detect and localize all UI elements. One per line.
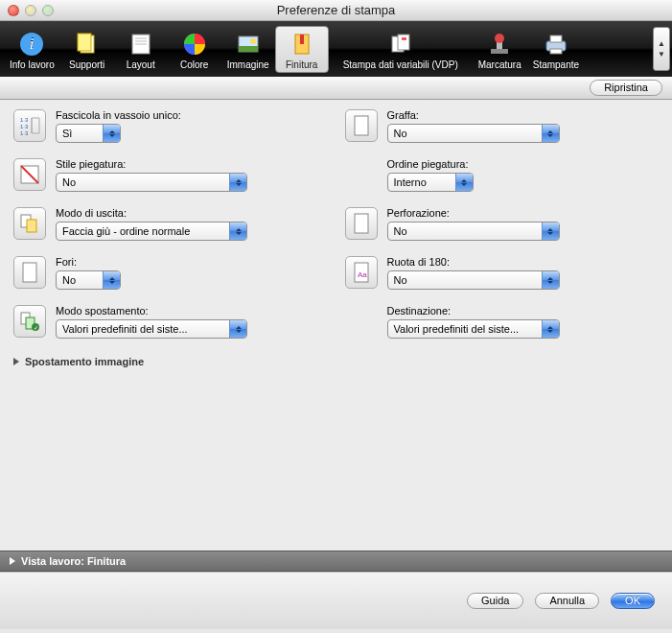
chevron-down-icon: ▼: [658, 50, 665, 59]
graffa-select[interactable]: No: [387, 124, 560, 143]
tab-label: Layout: [127, 59, 155, 70]
toolbar-overflow-button[interactable]: ▲ ▼: [653, 27, 670, 71]
svg-text:✓: ✓: [34, 325, 38, 331]
tab-layout[interactable]: Layout: [114, 27, 168, 72]
svg-text:1·3: 1·3: [20, 117, 29, 123]
tab-label: Colore: [180, 59, 208, 70]
tab-stampante[interactable]: Stampante: [527, 27, 585, 72]
tab-label: Info lavoro: [10, 59, 55, 70]
svg-rect-31: [355, 214, 368, 233]
svg-text:1·3: 1·3: [20, 124, 29, 129]
disclosure-triangle-icon: [10, 557, 15, 565]
modo-uscita-select[interactable]: Faccia giù - ordine normale: [56, 222, 247, 241]
ordine-piegatura-select[interactable]: Interno: [387, 173, 474, 192]
section-spostamento-immagine[interactable]: Spostamento immagine: [13, 356, 659, 367]
svg-rect-16: [402, 37, 406, 40]
restore-button[interactable]: Ripristina: [590, 80, 662, 96]
svg-rect-13: [300, 35, 304, 44]
supports-icon: [74, 31, 101, 58]
chevron-up-icon: ▲: [658, 39, 665, 48]
svg-rect-17: [491, 49, 508, 54]
caret-icon: [542, 125, 559, 142]
svg-rect-21: [550, 35, 562, 42]
zoom-window-button[interactable]: [42, 5, 54, 16]
help-button[interactable]: Guida: [467, 593, 523, 609]
printer-icon: [543, 31, 569, 58]
cancel-button[interactable]: Annulla: [535, 593, 599, 609]
field-destinazione: Destinazione: Valori predefiniti del sis…: [345, 305, 660, 339]
field-label: Ordine piegatura:: [387, 158, 660, 170]
field-ruota: Aa Ruota di 180: No: [345, 256, 660, 290]
offset-mode-icon: ✓: [13, 305, 46, 338]
destinazione-select[interactable]: Valori predefiniti del siste...: [387, 319, 560, 339]
field-label: Perforazione:: [387, 207, 660, 219]
staple-icon: [345, 109, 378, 142]
tab-vdp[interactable]: Stampa dati variabili (VDP): [329, 27, 473, 72]
svg-point-11: [250, 38, 256, 44]
field-label: Destinazione:: [387, 305, 660, 316]
field-label: Graffa:: [387, 109, 660, 121]
svg-point-19: [495, 34, 504, 43]
toolbar-substrip: Ripristina: [0, 77, 672, 100]
output-mode-icon: [13, 207, 46, 240]
svg-rect-10: [239, 46, 258, 52]
caret-icon: [229, 320, 246, 338]
tab-label: Finitura: [286, 59, 317, 70]
tab-marcatura[interactable]: Marcatura: [473, 27, 527, 72]
window-controls: [8, 5, 54, 16]
field-ordine-piegatura: Ordine piegatura: Interno: [345, 158, 660, 192]
caret-icon: [455, 174, 473, 191]
field-stile-piegatura: Stile piegatura: No: [13, 158, 328, 192]
field-modo-uscita: Modo di uscita: Faccia giù - ordine norm…: [13, 207, 328, 241]
vista-label: Vista lavoro: Finitura: [21, 555, 126, 567]
svg-text:Aa: Aa: [358, 270, 367, 279]
holes-icon: [13, 256, 46, 289]
field-label: Fori:: [56, 256, 328, 268]
tab-finitura[interactable]: Finitura: [275, 26, 329, 73]
tab-supporti[interactable]: Supporti: [60, 27, 114, 72]
svg-text:i: i: [30, 35, 34, 52]
fascicola-select[interactable]: Sì: [56, 124, 121, 143]
field-label: Fascicola in vassoio unico:: [56, 109, 328, 121]
collate-icon: 1·31·31·3: [13, 109, 46, 142]
section-label: Spostamento immagine: [25, 356, 144, 367]
stile-piegatura-select[interactable]: No: [56, 173, 247, 192]
svg-text:1·3: 1·3: [20, 130, 29, 136]
tab-label: Stampa dati variabili (VDP): [343, 59, 458, 70]
perforazione-select[interactable]: No: [387, 222, 560, 241]
field-fascicola: 1·31·31·3 Fascicola in vassoio unico: Sì: [13, 109, 328, 143]
minimize-window-button[interactable]: [25, 5, 36, 16]
caret-icon: [229, 223, 246, 240]
finish-icon: [289, 31, 315, 58]
punch-icon: [345, 207, 378, 240]
window-title: Preferenze di stampa: [0, 3, 672, 17]
field-label: Modo spostamento:: [56, 305, 328, 316]
close-window-button[interactable]: [8, 5, 19, 16]
tab-colore[interactable]: Colore: [168, 27, 221, 72]
ruota-select[interactable]: No: [387, 270, 560, 290]
tab-immagine[interactable]: Immagine: [221, 27, 275, 72]
toolbar: i Info lavoro Supporti Layout Colore: [0, 21, 672, 77]
caret-icon: [103, 125, 120, 142]
field-label: Modo di uscita:: [56, 207, 328, 219]
tab-info-lavoro[interactable]: i Info lavoro: [4, 27, 60, 72]
titlebar: Preferenze di stampa: [0, 0, 672, 21]
field-perforazione: Perforazione: No: [345, 207, 660, 241]
caret-icon: [542, 223, 559, 240]
svg-rect-3: [78, 34, 91, 51]
info-icon: i: [18, 31, 45, 58]
field-label: Ruota di 180:: [387, 256, 660, 268]
tab-label: Supporti: [69, 59, 104, 70]
svg-rect-22: [550, 49, 562, 54]
vdp-icon: [387, 31, 414, 58]
caret-icon: [542, 271, 559, 289]
vista-lavoro-bar[interactable]: Vista lavoro: Finitura: [0, 551, 672, 572]
caret-icon: [103, 271, 120, 289]
field-fori: Fori: No: [13, 256, 328, 290]
ok-button[interactable]: OK: [611, 593, 655, 609]
fori-select[interactable]: No: [56, 270, 121, 290]
modo-spostamento-select[interactable]: Valori predefiniti del siste...: [56, 319, 247, 339]
tab-label: Immagine: [227, 59, 269, 70]
stamp-icon: [486, 31, 513, 58]
content-area: 1·31·31·3 Fascicola in vassoio unico: Sì…: [0, 100, 672, 551]
